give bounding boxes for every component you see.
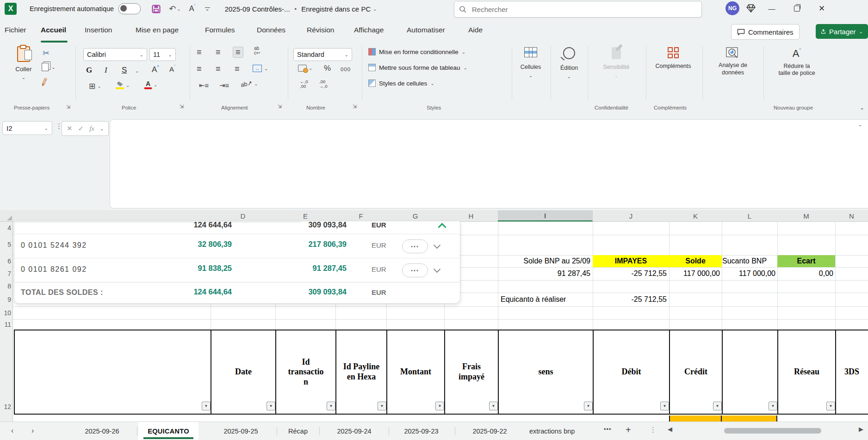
menu-tab-formules[interactable]: Formules <box>204 23 236 37</box>
filter-button[interactable]: ▼ <box>489 402 498 410</box>
menu-tab-automatiser[interactable]: Automatiser <box>406 23 446 37</box>
table-header-reseau[interactable]: Réseau <box>778 330 836 414</box>
horizontal-scrollbar-thumb[interactable] <box>724 428 821 434</box>
sheet-tab[interactable]: 2025-09-26 <box>68 422 136 440</box>
table-header-frais-impaye[interactable]: Frais impayé <box>445 330 499 414</box>
name-box[interactable]: I2⌄ <box>2 121 52 135</box>
panel-collapse-icon[interactable] <box>438 223 446 231</box>
autosave-toggle[interactable] <box>118 3 141 14</box>
cut-icon[interactable]: ✂ <box>43 48 50 58</box>
collapse-ribbon-icon[interactable]: ⌄ <box>860 104 864 111</box>
column-header-l[interactable]: L <box>722 210 778 221</box>
filter-button[interactable]: ▼ <box>435 402 444 410</box>
column-header-abc[interactable] <box>13 210 211 221</box>
row-header-7[interactable]: 7 <box>0 270 13 277</box>
cell-styles-button[interactable]: Styles de cellules⌄ <box>368 79 434 87</box>
underline-chevron-icon[interactable]: ⌄ <box>135 68 139 73</box>
column-header-m[interactable]: M <box>777 210 836 221</box>
account-expand-icon[interactable] <box>434 242 441 249</box>
column-header-h[interactable]: H <box>444 210 498 221</box>
cell-j6[interactable]: IMPAYES <box>593 255 669 267</box>
excel-logo-icon[interactable]: X <box>5 3 17 15</box>
column-header-i-selected[interactable]: I <box>498 210 593 221</box>
share-button[interactable]: Partager⌄ <box>816 24 868 39</box>
saved-location[interactable]: Enregistré dans ce PC⌄ <box>301 5 377 13</box>
borders-button[interactable]: ⊞⌄ <box>89 81 101 91</box>
row-header-8[interactable]: 8 <box>0 282 13 290</box>
wrap-text-icon[interactable]: ab c↩ <box>254 46 260 55</box>
row-header-10[interactable]: 10 <box>0 309 13 317</box>
enter-formula-icon[interactable]: ✓ <box>78 124 84 133</box>
column-header-g[interactable]: G <box>386 210 445 221</box>
decrease-decimal-icon[interactable]: ,00 →,0 <box>319 79 327 89</box>
cell-i6[interactable]: Solde BNP au 25/09 <box>498 255 594 267</box>
scroll-right-icon[interactable]: ▶ <box>859 426 863 433</box>
conditional-formatting-button[interactable]: Mise en forme conditionnelle⌄ <box>368 48 465 55</box>
account-more-button[interactable]: ••• <box>402 239 428 253</box>
table-header-montant[interactable]: Montant <box>387 330 445 414</box>
filter-button[interactable]: ▼ <box>378 402 386 410</box>
tabbar-options-icon[interactable]: ⋮ <box>650 426 657 434</box>
new-sheet-button[interactable]: + <box>626 425 631 435</box>
alignment-dialog-launcher-icon[interactable]: ⇲ <box>278 104 282 110</box>
font-color-button[interactable]: A ⌄ <box>144 80 157 89</box>
cell-j7[interactable]: -25 712,55 <box>593 267 670 280</box>
fx-chevron-icon[interactable]: ⌄ <box>100 126 104 131</box>
row-header-11[interactable]: 11 <box>0 321 13 328</box>
menu-tab-insertion[interactable]: Insertion <box>84 23 113 37</box>
clipboard-dialog-launcher-icon[interactable]: ⇲ <box>66 104 70 110</box>
sensitivity-button[interactable]: Sensibilité⌄ <box>594 47 639 79</box>
close-button[interactable]: ✕ <box>812 1 831 15</box>
bold-button[interactable]: G <box>86 66 92 75</box>
save-icon[interactable] <box>152 5 161 13</box>
sheet-tab[interactable]: extractions bnp <box>529 422 600 440</box>
premium-gem-icon[interactable] <box>746 3 756 13</box>
cell-i9[interactable]: Equicanto à réaliser <box>501 293 591 306</box>
row-header-9[interactable]: 9 <box>0 296 13 303</box>
column-header-f[interactable]: F <box>335 210 387 221</box>
cell-m6[interactable]: Ecart <box>777 255 835 267</box>
next-sheet-icon[interactable]: › <box>31 427 34 435</box>
menu-tab-revision[interactable]: Révision <box>306 23 335 37</box>
cell-l13-orange[interactable] <box>722 416 777 422</box>
table-header-id-payline[interactable]: Id Payline en Hexa <box>336 330 387 414</box>
cell-k6[interactable]: Solde <box>669 255 722 267</box>
addins-button[interactable]: Compléments <box>648 47 699 70</box>
italic-button[interactable]: I <box>105 66 107 75</box>
underline-button[interactable]: S <box>122 66 127 75</box>
table-header-date[interactable]: Date <box>211 330 276 414</box>
panel-account-row[interactable]: 0 0101 8261 092 91 838,25 91 287,45 EUR … <box>14 258 460 282</box>
filter-button[interactable]: ▼ <box>584 402 593 410</box>
increase-decimal-icon[interactable]: ←,0 ,00 <box>300 79 308 89</box>
document-title[interactable]: 2025-09 Contrôles-... <box>225 5 290 13</box>
row-header-5[interactable]: 5 <box>0 241 13 248</box>
table-header-sens[interactable]: sens <box>499 330 594 414</box>
cell-j9[interactable]: -25 712,55 <box>593 293 670 306</box>
column-header-n[interactable]: N <box>835 210 868 221</box>
row-header-4[interactable]: 4 <box>0 224 13 232</box>
cell-k7[interactable]: 117 000,00 <box>669 267 724 280</box>
row-header-6[interactable]: 6 <box>0 257 13 265</box>
orientation-button[interactable]: ab↗ ⌄ <box>241 80 258 87</box>
font-tool-icon[interactable]: Aˇ <box>189 4 196 13</box>
table-header-debit[interactable]: Débit <box>594 330 670 414</box>
table-header-credit[interactable]: Crédit <box>670 330 723 414</box>
column-header-e[interactable]: E <box>275 210 336 221</box>
search-box[interactable] <box>454 1 702 18</box>
menu-tab-accueil[interactable]: Accueil <box>40 23 67 37</box>
formula-bar-collapse-icon[interactable]: ⌄ <box>858 122 862 127</box>
copy-button[interactable]: ⌄ <box>42 63 55 71</box>
font-name-select[interactable]: Calibri⌄ <box>83 48 147 61</box>
font-dialog-launcher-icon[interactable]: ⇲ <box>180 104 184 110</box>
filter-button[interactable]: ▼ <box>202 402 211 410</box>
analyze-data-button[interactable]: Analyse de données <box>707 47 759 76</box>
comma-style-button[interactable]: 000 <box>341 67 351 72</box>
table-header-id-transaction[interactable]: Id transactio n <box>276 330 336 414</box>
editing-button[interactable]: Édition⌄ <box>553 47 585 79</box>
table-header-3ds[interactable]: 3DS <box>836 330 868 414</box>
increase-indent-icon[interactable]: ⇥≡ <box>219 81 229 90</box>
filter-button[interactable]: ▼ <box>327 402 335 410</box>
number-format-select[interactable]: Standard⌄ <box>293 48 352 61</box>
cancel-formula-icon[interactable]: ✕ <box>67 124 73 133</box>
avatar[interactable]: NG <box>725 1 739 15</box>
